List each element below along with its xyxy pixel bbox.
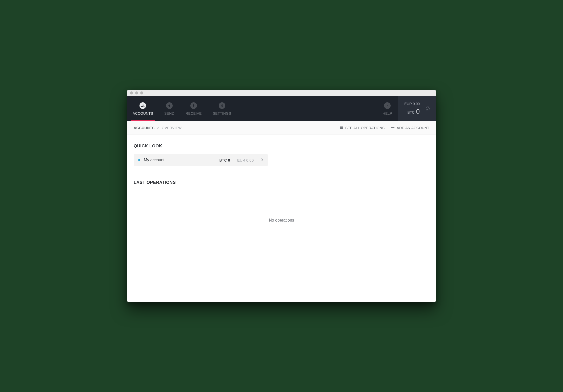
window-close-button[interactable]	[130, 91, 133, 94]
plus-icon	[391, 126, 395, 130]
nav-help-label: HELP	[383, 111, 392, 115]
balance-text: EUR 0.00 BTC 0	[404, 101, 420, 116]
window-titlebar	[127, 90, 436, 96]
help-icon: ?	[384, 102, 391, 109]
nav-accounts[interactable]: ACCOUNTS	[127, 96, 159, 121]
main-header: ACCOUNTS SEND RECEIVE SETTINGS	[127, 96, 436, 121]
breadcrumb-separator: >	[157, 126, 159, 130]
accounts-icon	[139, 102, 146, 109]
settings-icon	[219, 102, 225, 109]
quick-look-title: QUICK LOOK	[134, 144, 429, 149]
nav-send-label: SEND	[164, 111, 174, 115]
nav-accounts-label: ACCOUNTS	[133, 111, 153, 115]
balance-box: EUR 0.00 BTC 0	[398, 96, 436, 121]
breadcrumb: ACCOUNTS > OVERVIEW	[134, 126, 182, 130]
svg-rect-3	[340, 128, 343, 129]
subheader: ACCOUNTS > OVERVIEW SEE ALL OPERATIONS A…	[127, 121, 436, 134]
account-eur: EUR 0.00	[237, 158, 254, 162]
window-minimize-button[interactable]	[135, 91, 138, 94]
nav-receive-label: RECEIVE	[186, 111, 202, 115]
add-account-button[interactable]: ADD AN ACCOUNT	[391, 126, 429, 130]
list-icon	[340, 126, 343, 130]
nav-settings[interactable]: SETTINGS	[207, 96, 237, 121]
see-all-operations-label: SEE ALL OPERATIONS	[345, 126, 385, 130]
breadcrumb-current: OVERVIEW	[162, 126, 182, 130]
main-nav: ACCOUNTS SEND RECEIVE SETTINGS	[127, 96, 237, 121]
receive-icon	[190, 102, 197, 109]
refresh-icon[interactable]	[425, 106, 430, 112]
nav-send[interactable]: SEND	[159, 96, 180, 121]
svg-rect-5	[391, 127, 394, 128]
see-all-operations-button[interactable]: SEE ALL OPERATIONS	[340, 126, 385, 130]
app-window: ACCOUNTS SEND RECEIVE SETTINGS	[127, 90, 436, 302]
add-account-label: ADD AN ACCOUNT	[397, 126, 429, 130]
account-btc: BTC 0	[219, 158, 230, 162]
nav-settings-label: SETTINGS	[213, 111, 231, 115]
balance-eur: EUR 0.00	[404, 101, 420, 107]
svg-rect-2	[340, 127, 343, 128]
balance-btc: BTC 0	[404, 107, 420, 116]
account-color-dot	[138, 159, 140, 161]
window-maximize-button[interactable]	[140, 91, 143, 94]
content-area: QUICK LOOK My account BTC 0 EUR 0.00 LAS…	[127, 134, 436, 302]
svg-rect-1	[340, 126, 343, 127]
account-name: My account	[144, 158, 165, 162]
chevron-right-icon	[261, 158, 263, 162]
nav-help[interactable]: ? HELP	[377, 96, 398, 121]
breadcrumb-root[interactable]: ACCOUNTS	[134, 126, 155, 130]
nav-receive[interactable]: RECEIVE	[180, 96, 207, 121]
no-operations-message: No operations	[134, 218, 429, 223]
last-operations-title: LAST OPERATIONS	[134, 180, 429, 185]
svg-text:?: ?	[387, 104, 388, 107]
send-icon	[166, 102, 173, 109]
account-card[interactable]: My account BTC 0 EUR 0.00	[134, 154, 268, 166]
